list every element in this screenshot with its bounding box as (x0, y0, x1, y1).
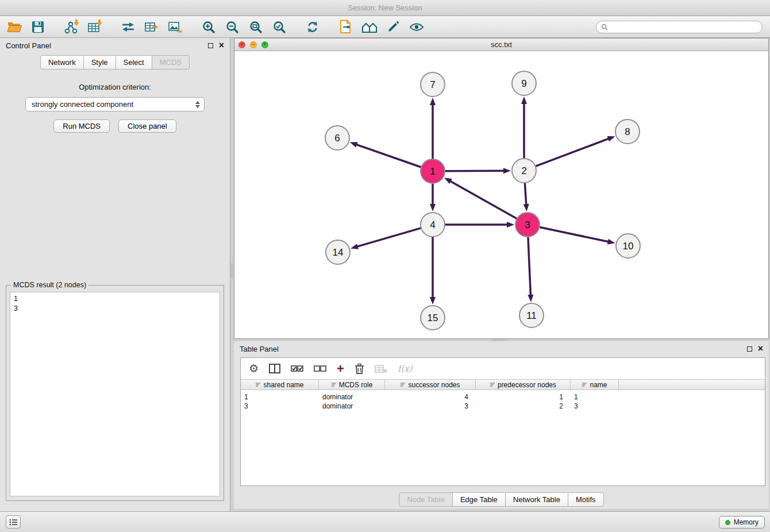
graph-edge[interactable] (430, 98, 436, 159)
graph-edge[interactable] (523, 183, 529, 211)
split-column-icon[interactable] (269, 364, 280, 373)
zoom-window-icon[interactable]: + (261, 41, 268, 48)
search-input[interactable] (611, 23, 757, 31)
graph-edge[interactable] (540, 228, 615, 245)
search-field[interactable] (596, 21, 763, 33)
tab-network[interactable]: Network (40, 55, 84, 70)
run-mcds-button[interactable]: Run MCDS (53, 119, 110, 133)
graph-node-label: 10 (623, 241, 634, 252)
add-row-icon[interactable]: + (337, 363, 344, 375)
graph-node[interactable]: 9 (512, 71, 536, 95)
table-cell: 1 (476, 392, 571, 402)
table-panel-tabs: Node Table Edge Table Network Table Moti… (234, 492, 769, 507)
export-image-icon[interactable] (167, 18, 184, 36)
column-header-shared-name[interactable]: shared name (241, 380, 319, 390)
delete-row-icon[interactable] (355, 363, 364, 374)
float-panel-icon[interactable] (208, 43, 213, 48)
tab-edge-table[interactable]: Edge Table (452, 492, 506, 507)
close-panel-icon[interactable]: × (219, 42, 224, 49)
graph-node-label: 3 (525, 219, 530, 230)
save-icon[interactable] (29, 18, 47, 36)
memory-button-label: Memory (734, 518, 759, 526)
zoom-out-icon[interactable] (224, 18, 241, 36)
dropdown-arrows-icon (195, 101, 200, 108)
zoom-in-icon[interactable] (200, 18, 217, 36)
mcds-result-line: 1 (14, 294, 216, 304)
graph-node-label: 8 (625, 126, 630, 137)
deselect-all-icon[interactable] (314, 365, 326, 372)
style-brush-icon[interactable] (384, 18, 402, 36)
graph-edge[interactable] (430, 237, 436, 304)
table-row[interactable]: 3dominator323 (241, 402, 765, 411)
graph-edge[interactable] (430, 184, 436, 211)
optimization-criterion-label: Optimization criterion: (0, 83, 230, 91)
graph-node[interactable]: 4 (421, 213, 445, 237)
node-table: ⚙ + (240, 357, 765, 486)
column-header-successor-nodes[interactable]: successor nodes (385, 380, 476, 390)
graph-node[interactable]: 8 (615, 119, 640, 144)
delete-table-icon (375, 364, 387, 373)
graph-node[interactable]: 15 (421, 306, 445, 330)
mcds-result-lines[interactable]: 13 (10, 292, 220, 496)
tab-mcds[interactable]: MCDS (152, 55, 190, 70)
graph-node[interactable]: 3 (515, 213, 540, 237)
refresh-icon[interactable] (304, 18, 321, 36)
column-header-mcds-role[interactable]: MCDS role (319, 380, 385, 390)
tab-network-table[interactable]: Network Table (505, 492, 568, 507)
network-canvas[interactable]: 1234678910111415 (234, 51, 768, 338)
graph-edge[interactable] (445, 168, 511, 174)
graph-node[interactable]: 14 (326, 240, 350, 264)
graph-node[interactable]: 7 (421, 72, 445, 97)
graph-node-label: 11 (526, 310, 537, 321)
graph-edge[interactable] (351, 228, 421, 249)
close-window-icon[interactable]: × (238, 41, 245, 48)
graph-edge[interactable] (350, 142, 421, 167)
export-table-icon[interactable] (143, 18, 160, 36)
graph-node[interactable]: 10 (616, 234, 640, 258)
open-folder-icon[interactable] (6, 18, 23, 36)
import-table-icon[interactable] (86, 18, 103, 36)
select-all-icon[interactable] (291, 365, 303, 372)
zoom-selected-icon[interactable] (271, 18, 288, 36)
criterion-dropdown[interactable]: strongly connected component (25, 97, 205, 111)
graph-node-label: 2 (521, 165, 526, 176)
eye-icon[interactable] (408, 18, 425, 36)
graph-node[interactable]: 11 (519, 303, 544, 327)
table-panel: Table Panel × ⚙ (234, 341, 769, 509)
network-window-titlebar[interactable]: scc.txt × − + (234, 38, 768, 51)
import-network-icon[interactable] (63, 18, 80, 36)
swap-arrows-icon[interactable] (120, 18, 137, 36)
vertical-splitter-handle[interactable] (230, 263, 233, 279)
graph-edge[interactable] (521, 97, 527, 158)
close-table-panel-icon[interactable]: × (758, 345, 763, 352)
gear-icon[interactable]: ⚙ (249, 363, 259, 374)
task-history-button[interactable] (6, 515, 21, 529)
graph-node[interactable]: 1 (421, 159, 445, 183)
document-share-icon[interactable] (337, 18, 355, 36)
graph-node[interactable]: 2 (512, 159, 536, 183)
tab-style[interactable]: Style (83, 55, 116, 70)
tab-motifs[interactable]: Motifs (568, 492, 604, 507)
graph-node[interactable]: 6 (325, 126, 349, 150)
table-row[interactable]: 1dominator411 (241, 392, 765, 402)
graph-edge[interactable] (528, 237, 533, 302)
float-table-panel-icon[interactable] (747, 346, 752, 352)
column-header-predecessor-nodes[interactable]: predecessor nodes (476, 380, 571, 390)
sort-icon (582, 382, 587, 387)
sort-icon (255, 382, 261, 387)
memory-button[interactable]: Memory (719, 516, 765, 529)
minimize-window-icon[interactable]: − (250, 41, 257, 48)
graph-edge[interactable] (536, 136, 615, 166)
close-panel-button[interactable]: Close panel (118, 119, 176, 133)
column-header-name[interactable]: name (571, 380, 619, 390)
tab-select[interactable]: Select (116, 55, 152, 70)
table-cell: 4 (385, 392, 476, 402)
graph-edge[interactable] (444, 178, 517, 218)
tab-node-table[interactable]: Node Table (399, 492, 453, 507)
graph-edge[interactable] (445, 222, 514, 228)
function-builder-icon: f(x) (398, 364, 413, 374)
graph-node-label: 6 (334, 133, 340, 144)
home-views-icon[interactable] (361, 18, 378, 36)
zoom-fit-icon[interactable] (247, 18, 264, 36)
control-panel-tabs: Network Style Select MCDS (0, 55, 230, 70)
